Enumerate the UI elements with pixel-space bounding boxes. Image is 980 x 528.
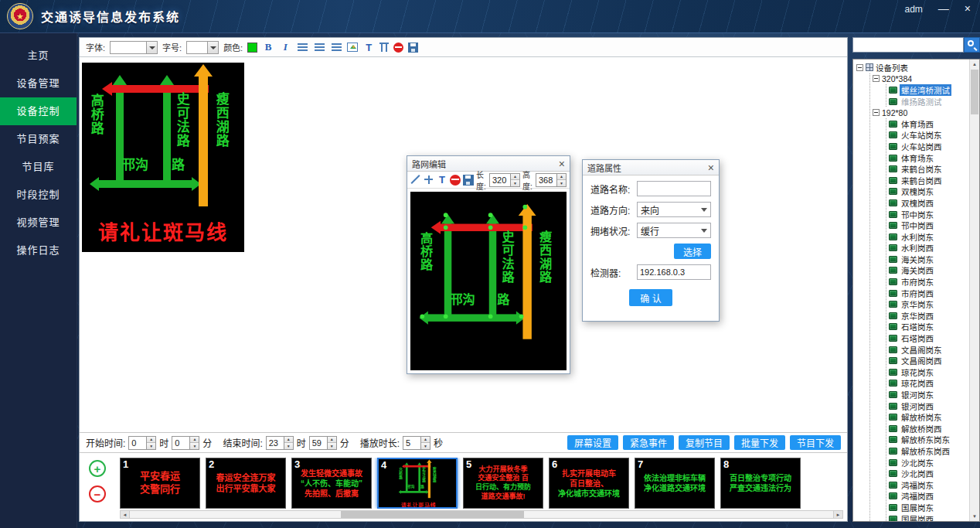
text-tool-icon[interactable]: T — [437, 175, 447, 186]
close-icon[interactable]: × — [708, 162, 714, 173]
scrollbar-thumb[interactable] — [971, 70, 978, 114]
font-select[interactable] — [110, 41, 158, 54]
start-hour-stepper[interactable]: ▲▼ — [128, 436, 156, 450]
scrollbar-track[interactable] — [130, 511, 833, 518]
save-button[interactable] — [408, 43, 418, 53]
device-tree-item[interactable]: 市府岗西 — [889, 288, 968, 299]
text-color-swatch[interactable] — [247, 43, 257, 53]
length-stepper[interactable]: ▲▼ — [489, 173, 520, 187]
duration-stepper[interactable]: ▲▼ — [403, 436, 430, 450]
italic-button[interactable]: I — [279, 41, 291, 53]
device-tree-item[interactable]: 火车站岗东 — [889, 130, 968, 141]
duration-input[interactable] — [403, 437, 420, 449]
device-tree-item[interactable]: 螺丝湾桥测试 — [889, 84, 968, 96]
remove-program-button[interactable]: − — [89, 485, 106, 502]
draw-road-icon[interactable] — [410, 175, 421, 186]
program-thumbnail-2[interactable]: 2 春运安全连万家出行平安靠大家 — [206, 458, 286, 509]
close-window-button[interactable]: × — [965, 3, 971, 14]
scroll-right-icon[interactable]: ► — [833, 511, 842, 518]
road-node-dot[interactable] — [444, 213, 448, 217]
road-node-dot[interactable] — [488, 213, 493, 217]
road-node-dot[interactable] — [519, 314, 524, 319]
device-tree-item[interactable]: 琼花岗东 — [889, 366, 968, 378]
sidebar-item[interactable]: 节目库 — [0, 153, 77, 181]
device-tree-item[interactable]: 银河岗东 — [889, 389, 968, 400]
font-size-select[interactable] — [186, 41, 219, 54]
device-tree-item[interactable]: 国展岗东 — [889, 502, 968, 513]
device-tree-item[interactable]: 水利岗西 — [889, 243, 968, 254]
scroll-up-icon[interactable]: ▲ — [970, 60, 979, 69]
bold-button[interactable]: B — [262, 41, 274, 53]
spinner-arrows[interactable]: ▲▼ — [284, 437, 293, 449]
insert-image-button[interactable] — [347, 43, 358, 52]
program-thumbnail-6[interactable]: 6 扎实开展电动车百日整治、净化城市交通环境 — [549, 458, 629, 509]
road-node-dot[interactable] — [522, 205, 527, 209]
detector-input[interactable] — [637, 264, 711, 280]
program-thumbnail-1[interactable]: 1 平安春运交警同行 — [120, 458, 200, 509]
device-tree-item[interactable]: 来鹤台岗西 — [889, 175, 968, 186]
device-tree-item[interactable]: 鸿福岗东 — [889, 479, 968, 491]
device-tree-item[interactable]: 文昌阁岗西 — [889, 355, 968, 366]
road-node-dot[interactable] — [488, 225, 493, 230]
start-minute-input[interactable] — [172, 437, 189, 449]
program-thumbnail-5[interactable]: 5 大力开展秋冬季交通安全整治 百日行动、有力预防道路交通事故! — [463, 458, 543, 509]
device-tree-item[interactable]: 沙北岗西 — [889, 468, 968, 479]
device-group-192x80[interactable]: 192*80 — [873, 107, 968, 118]
device-tree-item[interactable]: 石塔岗西 — [889, 332, 968, 344]
device-tree-item[interactable]: 体育场东 — [889, 152, 968, 164]
device-tree-item[interactable]: 银河岗西 — [889, 400, 968, 412]
spinner-arrows[interactable]: ▲▼ — [510, 174, 519, 186]
start-minute-stepper[interactable]: ▲▼ — [172, 436, 199, 450]
action-button[interactable]: 复制节目 — [679, 435, 730, 450]
length-input[interactable] — [490, 174, 510, 186]
vertical-scrollbar[interactable]: ▲ ▼ — [969, 60, 979, 521]
move-tool-icon[interactable] — [424, 175, 434, 186]
end-minute-input[interactable] — [310, 437, 327, 449]
device-tree-item[interactable]: 双槐岗东 — [889, 186, 968, 198]
spinner-arrows[interactable]: ▲▼ — [146, 437, 155, 449]
device-tree-item[interactable]: 石塔岗东 — [889, 322, 968, 333]
device-group-320x384[interactable]: 320*384 — [873, 73, 968, 85]
collapse-icon[interactable] — [873, 75, 880, 82]
device-tree-item[interactable]: 琼花岗西 — [889, 378, 968, 390]
confirm-button[interactable]: 确 认 — [629, 289, 672, 306]
program-preview-panel[interactable]: 高桥路 史可法路 瘦西湖路 邗沟 路 请礼让斑马线 — [82, 63, 244, 252]
device-tree-item[interactable]: 海关岗西 — [889, 265, 968, 277]
spinner-arrows[interactable]: ▲▼ — [556, 174, 566, 186]
device-tree-item[interactable]: 京华岗东 — [889, 298, 968, 310]
road-node-dot[interactable] — [444, 314, 448, 319]
program-thumbnail-4-selected[interactable]: 4 高桥路 史可法路 瘦西湖路 邗沟 路 — [377, 458, 458, 509]
spinner-arrows[interactable]: ▲▼ — [189, 437, 199, 449]
height-input[interactable] — [536, 174, 556, 186]
congestion-select[interactable]: 缓行 — [637, 223, 711, 238]
scrollbar-thumb[interactable] — [341, 511, 524, 518]
road-direction-select[interactable]: 来向 — [637, 202, 711, 217]
collapse-icon[interactable] — [873, 109, 880, 116]
road-edit-canvas[interactable]: 高桥路 史可法路 瘦西湖路 邗沟 路 — [410, 192, 567, 370]
align-left-button[interactable] — [296, 41, 308, 53]
device-tree-item[interactable]: 解放桥东岗西 — [889, 445, 968, 457]
spinner-arrows[interactable]: ▲▼ — [420, 437, 430, 449]
scroll-left-icon[interactable]: ◄ — [121, 511, 130, 518]
scroll-down-icon[interactable]: ▼ — [970, 512, 979, 521]
delete-icon[interactable] — [450, 175, 461, 186]
device-tree-item[interactable]: 来鹤台岗东 — [889, 163, 968, 175]
device-tree-item[interactable]: 解放桥东岗东 — [889, 434, 968, 446]
road-node-dot[interactable] — [420, 314, 424, 319]
device-tree-item[interactable]: 京华岗西 — [889, 310, 968, 322]
device-tree-item[interactable]: 文昌阁岗东 — [889, 344, 968, 356]
road-node-dot[interactable] — [488, 314, 493, 319]
action-button[interactable]: 节目下发 — [790, 435, 841, 450]
end-hour-stepper[interactable]: ▲▼ — [266, 436, 294, 450]
road-network-tool-button[interactable] — [379, 43, 389, 52]
sidebar-item[interactable]: 操作日志 — [0, 237, 77, 264]
device-tree-item[interactable]: 维扬路测试 — [889, 96, 968, 107]
collapse-icon[interactable] — [856, 64, 863, 71]
spinner-arrows[interactable]: ▲▼ — [327, 437, 336, 449]
device-tree-item[interactable]: 沙北岗东 — [889, 457, 968, 468]
program-thumbnail-7[interactable]: 7 依法治理非标车辆净化道路交通环境 — [635, 458, 715, 509]
device-tree-item[interactable]: 鸿福岗西 — [889, 491, 968, 502]
road-node-dot[interactable] — [444, 225, 448, 230]
device-tree-item[interactable]: 火车站岗西 — [889, 141, 968, 152]
device-tree-item[interactable]: 双槐岗西 — [889, 197, 968, 209]
